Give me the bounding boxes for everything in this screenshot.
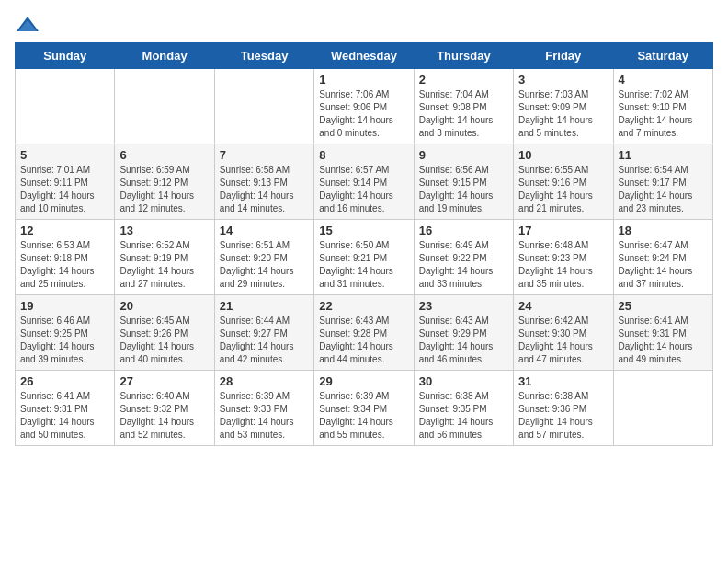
day-number: 31 (518, 374, 608, 388)
header (15, 15, 713, 35)
day-number: 9 (419, 148, 508, 162)
week-row-1: 1Sunrise: 7:06 AM Sunset: 9:06 PM Daylig… (16, 69, 713, 144)
day-info: Sunrise: 7:03 AM Sunset: 9:09 PM Dayligh… (518, 88, 608, 140)
day-info: Sunrise: 6:43 AM Sunset: 9:29 PM Dayligh… (419, 315, 508, 366)
day-number: 18 (619, 224, 708, 237)
day-number: 30 (419, 374, 508, 388)
calendar-cell: 10Sunrise: 6:55 AM Sunset: 9:16 PM Dayli… (514, 144, 613, 220)
day-info: Sunrise: 6:39 AM Sunset: 9:33 PM Dayligh… (220, 390, 309, 442)
calendar-cell: 17Sunrise: 6:48 AM Sunset: 9:23 PM Dayli… (514, 220, 613, 295)
day-number: 15 (319, 224, 408, 237)
day-info: Sunrise: 6:42 AM Sunset: 9:30 PM Dayligh… (518, 315, 608, 366)
day-info: Sunrise: 6:44 AM Sunset: 9:27 PM Dayligh… (220, 315, 309, 366)
day-info: Sunrise: 6:50 AM Sunset: 9:21 PM Dayligh… (319, 239, 408, 291)
weekday-header-wednesday: Wednesday (314, 43, 414, 69)
calendar-cell: 9Sunrise: 6:56 AM Sunset: 9:15 PM Daylig… (414, 144, 513, 220)
day-number: 25 (619, 299, 708, 313)
calendar-cell: 30Sunrise: 6:38 AM Sunset: 9:35 PM Dayli… (414, 371, 513, 446)
day-number: 21 (220, 299, 309, 313)
day-info: Sunrise: 6:53 AM Sunset: 9:18 PM Dayligh… (20, 239, 109, 291)
calendar-cell: 8Sunrise: 6:57 AM Sunset: 9:14 PM Daylig… (314, 144, 414, 220)
day-info: Sunrise: 7:01 AM Sunset: 9:11 PM Dayligh… (20, 164, 109, 215)
day-info: Sunrise: 6:49 AM Sunset: 9:22 PM Dayligh… (419, 239, 508, 291)
day-number: 24 (518, 299, 608, 313)
logo (15, 15, 44, 35)
calendar-cell: 13Sunrise: 6:52 AM Sunset: 9:19 PM Dayli… (115, 220, 214, 295)
calendar-cell: 23Sunrise: 6:43 AM Sunset: 9:29 PM Dayli… (414, 295, 513, 371)
calendar-cell: 31Sunrise: 6:38 AM Sunset: 9:36 PM Dayli… (514, 371, 613, 446)
weekday-header-friday: Friday (514, 43, 613, 69)
day-number: 28 (220, 374, 309, 388)
calendar-cell (16, 69, 115, 144)
weekday-header-row: SundayMondayTuesdayWednesdayThursdayFrid… (16, 43, 713, 69)
day-info: Sunrise: 6:55 AM Sunset: 9:16 PM Dayligh… (518, 164, 608, 215)
day-number: 8 (319, 148, 408, 162)
day-info: Sunrise: 6:52 AM Sunset: 9:19 PM Dayligh… (119, 239, 209, 291)
day-number: 6 (119, 148, 209, 162)
weekday-header-monday: Monday (115, 43, 214, 69)
day-number: 22 (319, 299, 408, 313)
day-info: Sunrise: 6:38 AM Sunset: 9:36 PM Dayligh… (518, 390, 608, 442)
calendar-cell: 7Sunrise: 6:58 AM Sunset: 9:13 PM Daylig… (214, 144, 313, 220)
calendar-cell: 26Sunrise: 6:41 AM Sunset: 9:31 PM Dayli… (16, 371, 115, 446)
calendar: SundayMondayTuesdayWednesdayThursdayFrid… (15, 42, 713, 446)
weekday-header-thursday: Thursday (414, 43, 513, 69)
calendar-cell: 14Sunrise: 6:51 AM Sunset: 9:20 PM Dayli… (214, 220, 313, 295)
weekday-header-sunday: Sunday (16, 43, 115, 69)
day-number: 26 (20, 374, 109, 388)
calendar-cell: 11Sunrise: 6:54 AM Sunset: 9:17 PM Dayli… (613, 144, 712, 220)
day-info: Sunrise: 6:41 AM Sunset: 9:31 PM Dayligh… (20, 390, 109, 442)
day-info: Sunrise: 7:02 AM Sunset: 9:10 PM Dayligh… (619, 88, 708, 140)
week-row-3: 12Sunrise: 6:53 AM Sunset: 9:18 PM Dayli… (16, 220, 713, 295)
day-info: Sunrise: 6:45 AM Sunset: 9:26 PM Dayligh… (119, 315, 209, 366)
day-info: Sunrise: 6:51 AM Sunset: 9:20 PM Dayligh… (220, 239, 309, 291)
weekday-header-tuesday: Tuesday (214, 43, 313, 69)
day-number: 16 (419, 224, 508, 237)
calendar-cell: 21Sunrise: 6:44 AM Sunset: 9:27 PM Dayli… (214, 295, 313, 371)
calendar-cell: 2Sunrise: 7:04 AM Sunset: 9:08 PM Daylig… (414, 69, 513, 144)
day-info: Sunrise: 6:48 AM Sunset: 9:23 PM Dayligh… (518, 239, 608, 291)
day-number: 12 (20, 224, 109, 237)
day-number: 1 (319, 73, 408, 86)
week-row-5: 26Sunrise: 6:41 AM Sunset: 9:31 PM Dayli… (16, 371, 713, 446)
day-number: 10 (518, 148, 608, 162)
day-info: Sunrise: 6:47 AM Sunset: 9:24 PM Dayligh… (619, 239, 708, 291)
day-info: Sunrise: 6:58 AM Sunset: 9:13 PM Dayligh… (220, 164, 309, 215)
calendar-cell: 29Sunrise: 6:39 AM Sunset: 9:34 PM Dayli… (314, 371, 414, 446)
day-info: Sunrise: 6:57 AM Sunset: 9:14 PM Dayligh… (319, 164, 408, 215)
calendar-cell: 18Sunrise: 6:47 AM Sunset: 9:24 PM Dayli… (613, 220, 712, 295)
calendar-cell: 4Sunrise: 7:02 AM Sunset: 9:10 PM Daylig… (613, 69, 712, 144)
day-number: 27 (119, 374, 209, 388)
calendar-cell: 5Sunrise: 7:01 AM Sunset: 9:11 PM Daylig… (16, 144, 115, 220)
calendar-cell (214, 69, 313, 144)
calendar-cell (115, 69, 214, 144)
calendar-cell: 20Sunrise: 6:45 AM Sunset: 9:26 PM Dayli… (115, 295, 214, 371)
day-info: Sunrise: 6:38 AM Sunset: 9:35 PM Dayligh… (419, 390, 508, 442)
calendar-cell (613, 371, 712, 446)
day-number: 4 (619, 73, 708, 86)
day-info: Sunrise: 6:39 AM Sunset: 9:34 PM Dayligh… (319, 390, 408, 442)
day-info: Sunrise: 7:06 AM Sunset: 9:06 PM Dayligh… (319, 88, 408, 140)
day-info: Sunrise: 6:41 AM Sunset: 9:31 PM Dayligh… (619, 315, 708, 366)
day-number: 23 (419, 299, 508, 313)
day-info: Sunrise: 7:04 AM Sunset: 9:08 PM Dayligh… (419, 88, 508, 140)
week-row-4: 19Sunrise: 6:46 AM Sunset: 9:25 PM Dayli… (16, 295, 713, 371)
day-info: Sunrise: 6:54 AM Sunset: 9:17 PM Dayligh… (619, 164, 708, 215)
calendar-cell: 28Sunrise: 6:39 AM Sunset: 9:33 PM Dayli… (214, 371, 313, 446)
day-number: 7 (220, 148, 309, 162)
day-number: 17 (518, 224, 608, 237)
day-number: 20 (119, 299, 209, 313)
day-info: Sunrise: 6:59 AM Sunset: 9:12 PM Dayligh… (119, 164, 209, 215)
calendar-cell: 1Sunrise: 7:06 AM Sunset: 9:06 PM Daylig… (314, 69, 414, 144)
calendar-cell: 16Sunrise: 6:49 AM Sunset: 9:22 PM Dayli… (414, 220, 513, 295)
day-info: Sunrise: 6:56 AM Sunset: 9:15 PM Dayligh… (419, 164, 508, 215)
day-number: 29 (319, 374, 408, 388)
day-info: Sunrise: 6:43 AM Sunset: 9:28 PM Dayligh… (319, 315, 408, 366)
calendar-cell: 25Sunrise: 6:41 AM Sunset: 9:31 PM Dayli… (613, 295, 712, 371)
day-number: 14 (220, 224, 309, 237)
day-number: 19 (20, 299, 109, 313)
day-info: Sunrise: 6:46 AM Sunset: 9:25 PM Dayligh… (20, 315, 109, 366)
calendar-cell: 24Sunrise: 6:42 AM Sunset: 9:30 PM Dayli… (514, 295, 613, 371)
calendar-cell: 3Sunrise: 7:03 AM Sunset: 9:09 PM Daylig… (514, 69, 613, 144)
calendar-cell: 27Sunrise: 6:40 AM Sunset: 9:32 PM Dayli… (115, 371, 214, 446)
